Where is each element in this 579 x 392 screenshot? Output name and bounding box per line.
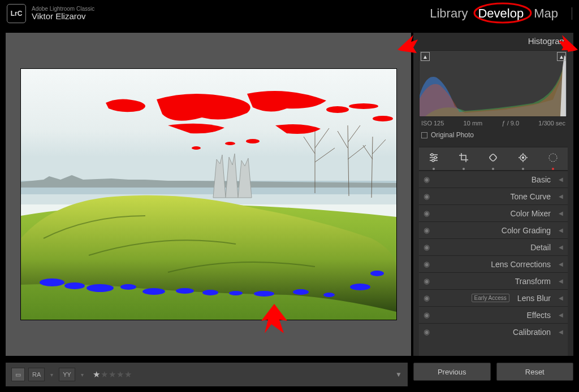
- reset-button[interactable]: Reset: [496, 363, 574, 381]
- panel-effects[interactable]: ◉Effects◀: [419, 306, 568, 323]
- panel-color-mixer[interactable]: ◉Color Mixer◀: [419, 204, 568, 221]
- hist-focal: 10 mm: [464, 120, 483, 127]
- highlight-clip-toggle[interactable]: ▲: [557, 52, 566, 61]
- shadow-clip-toggle[interactable]: ▲: [421, 52, 430, 61]
- hist-shutter: 1/300 sec: [538, 120, 565, 127]
- collapse-icon: ◀: [559, 227, 563, 233]
- collapse-icon: ◀: [559, 329, 563, 335]
- svg-point-21: [40, 278, 64, 286]
- panel-label: Basic: [532, 175, 551, 184]
- svg-point-26: [176, 288, 194, 294]
- svg-point-23: [87, 284, 114, 292]
- svg-point-24: [120, 284, 136, 290]
- svg-point-16: [349, 103, 378, 109]
- svg-point-33: [370, 271, 384, 276]
- histogram[interactable]: ▲ ▲: [419, 50, 568, 117]
- edit-sliders-icon[interactable]: [429, 153, 439, 165]
- svg-point-40: [434, 156, 437, 159]
- svg-point-19: [225, 142, 235, 145]
- eye-icon[interactable]: ◉: [424, 277, 430, 285]
- panel-lens-blur[interactable]: ◉Early AccessLens Blur◀: [419, 289, 568, 306]
- view-loupe-button[interactable]: ▭: [11, 368, 25, 381]
- panel-label: Lens Corrections: [491, 260, 551, 269]
- collapse-icon: ◀: [559, 176, 563, 182]
- svg-point-22: [64, 282, 85, 289]
- redeye-icon[interactable]: [518, 153, 528, 165]
- svg-point-45: [522, 156, 524, 158]
- star-on: ★: [93, 369, 101, 379]
- hist-aperture: ƒ / 9.0: [502, 120, 519, 127]
- svg-point-38: [431, 154, 433, 156]
- panel-label: Color Grading: [502, 226, 551, 235]
- original-photo-checkbox[interactable]: [421, 132, 427, 138]
- panel-label: Detail: [530, 243, 551, 252]
- dropdown-icon[interactable]: ▾: [48, 372, 55, 378]
- svg-point-42: [432, 159, 434, 162]
- eye-icon[interactable]: ◉: [424, 175, 430, 184]
- module-map[interactable]: Map: [534, 6, 558, 21]
- rating-stars[interactable]: ★★★★★: [93, 369, 132, 380]
- collapse-icon: ◀: [559, 193, 563, 199]
- panel-basic[interactable]: ◉Basic◀: [419, 171, 568, 188]
- develop-panels: ◉Basic◀ ◉Tone Curve◀ ◉Color Mixer◀ ◉Colo…: [419, 171, 568, 356]
- svg-point-20: [192, 146, 201, 150]
- module-develop[interactable]: Develop: [478, 6, 524, 21]
- eye-icon[interactable]: ◉: [424, 192, 430, 201]
- panel-calibration[interactable]: ◉Calibration◀: [419, 323, 568, 340]
- module-separator: [572, 7, 572, 20]
- svg-point-29: [254, 291, 274, 297]
- eye-icon[interactable]: ◉: [424, 328, 430, 336]
- svg-point-31: [323, 293, 335, 297]
- panel-label: Calibration: [513, 328, 551, 337]
- svg-point-30: [293, 289, 309, 295]
- panel-detail[interactable]: ◉Detail◀: [419, 238, 568, 255]
- panel-label: Lens Blur: [517, 294, 551, 303]
- panel-lens-corrections[interactable]: ◉Lens Corrections◀: [419, 255, 568, 272]
- svg-point-17: [373, 116, 393, 121]
- original-photo-label: Original Photo: [431, 131, 474, 139]
- svg-point-32: [350, 284, 370, 290]
- panel-transform[interactable]: ◉Transform◀: [419, 272, 568, 289]
- panel-tone-curve[interactable]: ◉Tone Curve◀: [419, 188, 568, 204]
- early-access-badge: Early Access: [472, 294, 509, 302]
- view-ra-button[interactable]: RA: [28, 368, 45, 381]
- crop-icon[interactable]: [459, 153, 469, 165]
- app-logo: LrC: [7, 4, 26, 23]
- panel-label: Effects: [526, 311, 551, 320]
- svg-rect-43: [489, 153, 497, 161]
- eye-icon[interactable]: ◉: [424, 260, 430, 268]
- eye-icon[interactable]: ◉: [424, 209, 430, 217]
- canvas-area: [6, 33, 411, 356]
- svg-point-18: [246, 139, 260, 143]
- module-library[interactable]: Library: [430, 6, 468, 21]
- user-name: Viktor Elizarov: [32, 12, 94, 21]
- heal-icon[interactable]: [488, 153, 498, 165]
- photo-preview[interactable]: [21, 69, 396, 320]
- dropdown-icon[interactable]: ▾: [79, 372, 86, 378]
- panel-label: Transform: [515, 277, 551, 286]
- eye-icon[interactable]: ◉: [424, 311, 430, 319]
- eye-icon[interactable]: ◉: [424, 294, 430, 302]
- mask-icon[interactable]: [548, 153, 558, 165]
- collapse-icon: ◀: [559, 261, 563, 267]
- panel-label: Color Mixer: [510, 209, 551, 218]
- panel-color-grading[interactable]: ◉Color Grading◀: [419, 221, 568, 238]
- eye-icon[interactable]: ◉: [424, 226, 430, 234]
- toolbar-more-icon[interactable]: ▼: [395, 371, 402, 378]
- panel-label: Tone Curve: [510, 192, 551, 201]
- collapse-icon: ◀: [559, 278, 563, 284]
- previous-button[interactable]: Previous: [413, 363, 491, 381]
- module-develop-label: Develop: [478, 6, 524, 21]
- svg-point-28: [229, 291, 243, 295]
- svg-point-50: [549, 154, 557, 162]
- view-yy-button[interactable]: YY: [59, 368, 75, 381]
- svg-point-15: [326, 106, 349, 113]
- collapse-icon: ◀: [559, 210, 563, 216]
- svg-point-25: [142, 288, 165, 295]
- stars-off: ★★★★: [101, 369, 132, 379]
- histogram-title[interactable]: Histogram: [413, 33, 573, 48]
- hist-iso: ISO 125: [421, 120, 444, 127]
- eye-icon[interactable]: ◉: [424, 243, 430, 251]
- svg-point-27: [202, 290, 218, 295]
- collapse-icon: ◀: [559, 244, 563, 250]
